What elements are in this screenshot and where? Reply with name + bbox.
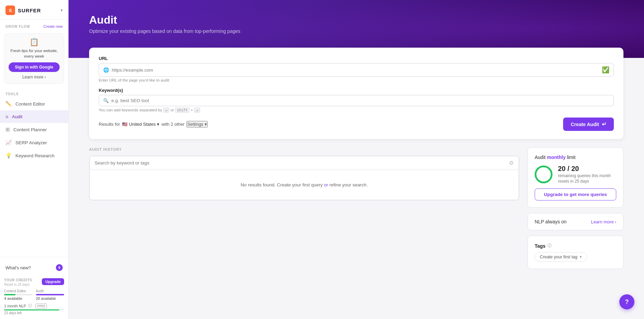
content-editor-count: 4 available xyxy=(4,296,33,300)
grow-flow-learn-more-link[interactable]: Learn more › xyxy=(9,75,60,79)
url-input-wrapper: 🌐 ✅ xyxy=(99,63,614,77)
results-for: Results for 🇺🇸 United States ▾ with 2 ot… xyxy=(99,121,208,127)
shift-key: shift xyxy=(175,108,190,113)
enter-key-1: ↵ xyxy=(163,108,169,113)
keyword-label: Keyword(s) xyxy=(99,88,614,93)
page-title: Audit xyxy=(89,14,623,26)
nlp-learn-more-link[interactable]: Learn more › xyxy=(591,219,616,224)
upgrade-queries-button[interactable]: Upgrade to get more queries xyxy=(535,188,616,200)
credits-title: YOUR CREDITS xyxy=(4,278,32,282)
enter-key-2: ↵ xyxy=(194,108,200,113)
keyword-form-group: Keyword(s) 🔍 You can add keywords separa… xyxy=(99,88,614,112)
nlp-card-label: NLP always on xyxy=(535,219,567,224)
upgrade-button[interactable]: Upgrade xyxy=(42,278,64,285)
sidebar-bottom: What's new? 9 YOUR CREDITS Reset in 25 d… xyxy=(0,257,68,319)
tags-title: Tags ⓘ xyxy=(535,243,616,249)
whats-new-row[interactable]: What's new? 9 xyxy=(4,261,64,274)
nlp-info-icon[interactable]: ⓘ xyxy=(28,303,32,308)
no-results-card: No results found. Create your first quer… xyxy=(89,170,519,200)
plus-icon: + xyxy=(580,255,582,259)
limit-circle xyxy=(535,165,552,183)
credit-row: Content Editor 4 available Audit 20 avai… xyxy=(4,289,64,300)
audit-credit: Audit 20 available xyxy=(36,289,64,300)
first-query-link[interactable]: or xyxy=(324,182,329,187)
country-select-button[interactable]: 🇺🇸 United States ▾ xyxy=(122,122,159,127)
separator-hint: You can add keywords separated by ↵ or s… xyxy=(99,108,614,112)
url-input[interactable] xyxy=(112,68,602,73)
audit-count: 20 available xyxy=(36,296,64,300)
sidebar-item-content-editor[interactable]: ✏️ Content Editor xyxy=(0,97,68,110)
url-form-group: URL 🌐 ✅ Enter URL of the page you'd like… xyxy=(99,56,614,82)
grow-flow-section: GROW FLOW Create new xyxy=(0,20,68,30)
url-label: URL xyxy=(99,56,614,61)
sidebar-item-serp-analyzer[interactable]: 📈 SERP Analyzer xyxy=(0,136,68,149)
settings-link[interactable]: Settings ▾ xyxy=(186,121,208,127)
monthly-limit-card: Audit monthly limit 20 / 20 xyxy=(527,147,623,208)
tools-section-label: TOOLS xyxy=(0,87,68,97)
audit-bar-fill xyxy=(36,294,64,295)
sidebar-item-keyword-research[interactable]: 💡 Keyword Research xyxy=(0,149,68,162)
logo[interactable]: S SURFER ▾ xyxy=(0,0,68,20)
resets-label: resets in 25 days xyxy=(558,179,611,184)
content-editor-bar xyxy=(4,294,33,295)
content-editor-credit-label: Content Editor xyxy=(4,289,33,293)
monthly-limit-title: Audit monthly limit xyxy=(535,155,616,160)
tags-info-icon[interactable]: ⓘ xyxy=(547,243,551,249)
limit-row: 20 / 20 remaining queries this month res… xyxy=(535,165,616,184)
nlp-card: NLP always on Learn more › xyxy=(527,213,623,230)
audit-history-column: AUDIT HISTORY ⚙ No results found. Create… xyxy=(89,147,519,200)
help-button[interactable]: ? xyxy=(619,294,634,309)
create-new-link[interactable]: Create new xyxy=(44,24,63,28)
credits-section: YOUR CREDITS Reset in 25 days Upgrade Co… xyxy=(4,277,64,315)
enter-icon: ↵ xyxy=(602,121,606,127)
page-subtitle: Optimize your existing pages based on da… xyxy=(89,28,623,34)
filter-icon[interactable]: ⚙ xyxy=(509,160,514,166)
keyword-input[interactable] xyxy=(111,98,609,103)
nlp-progress-fill xyxy=(4,309,59,310)
content-area: URL 🌐 ✅ Enter URL of the page you'd like… xyxy=(69,48,644,288)
keyword-input-wrapper: 🔍 xyxy=(99,95,614,106)
grid-icon: ⊞ xyxy=(5,126,10,133)
nlp-progress-bar xyxy=(4,309,64,310)
create-first-tag-button[interactable]: Create your first tag + xyxy=(535,252,587,262)
main-content: Audit Optimize your existing pages based… xyxy=(69,0,644,319)
credits-reset: Reset in 25 days xyxy=(4,283,32,286)
chart-icon: 📈 xyxy=(5,139,12,146)
content-editor-credit: Content Editor 4 available xyxy=(4,289,33,300)
url-hint: Enter URL of the page you'd like to audi… xyxy=(99,78,614,82)
chevron-down-icon: ▾ xyxy=(61,8,63,13)
audit-footer: Results for 🇺🇸 United States ▾ with 2 ot… xyxy=(99,118,614,131)
chevron-down-icon: ▾ xyxy=(157,122,159,127)
whats-new-badge: 9 xyxy=(56,264,63,271)
tags-card: Tags ⓘ Create your first tag + xyxy=(527,236,623,269)
check-icon: ✅ xyxy=(602,66,609,74)
audit-credit-label: Audit xyxy=(36,289,64,293)
nlp-credit-label: 1 month NLP xyxy=(4,304,26,308)
bulb-icon: 💡 xyxy=(5,152,12,159)
sidebar: S SURFER ▾ GROW FLOW Create new 📋 Fresh … xyxy=(0,0,69,319)
create-audit-button[interactable]: Create Audit ↵ xyxy=(563,118,614,131)
grow-flow-card: 📋 Fresh tips for your website, every wee… xyxy=(4,33,64,84)
audit-form-card: URL 🌐 ✅ Enter URL of the page you'd like… xyxy=(89,48,623,139)
audit-bar xyxy=(36,294,64,295)
remaining-label: remaining queries this month xyxy=(558,173,611,178)
list-icon: ≡ xyxy=(5,114,9,120)
no-results-text: No results found. Create your first quer… xyxy=(97,182,512,187)
globe-icon: 🌐 xyxy=(103,67,109,73)
audit-history-title: AUDIT HISTORY xyxy=(89,147,519,151)
flag-icon: 🇺🇸 xyxy=(122,122,127,127)
sidebar-item-content-planner[interactable]: ⊞ Content Planner xyxy=(0,123,68,136)
app-name: SURFER xyxy=(18,8,41,13)
history-search-row: ⚙ xyxy=(89,156,519,170)
nlp-credits-row: 1 month NLP ⓘ FREE xyxy=(4,303,64,308)
history-search-input[interactable] xyxy=(95,160,509,165)
nlp-days-left: 23 days left xyxy=(4,311,64,315)
search-icon: 🔍 xyxy=(103,98,109,103)
sign-in-google-button[interactable]: Sign in with Google xyxy=(9,62,60,72)
edit-icon: ✏️ xyxy=(5,101,12,107)
limit-info: 20 / 20 remaining queries this month res… xyxy=(558,165,611,184)
help-icon: ? xyxy=(625,298,629,306)
grow-flow-tip: Fresh tips for your website, every week xyxy=(9,48,60,59)
content-editor-bar-fill xyxy=(4,294,15,295)
sidebar-item-audit[interactable]: ≡ Audit xyxy=(0,110,68,123)
